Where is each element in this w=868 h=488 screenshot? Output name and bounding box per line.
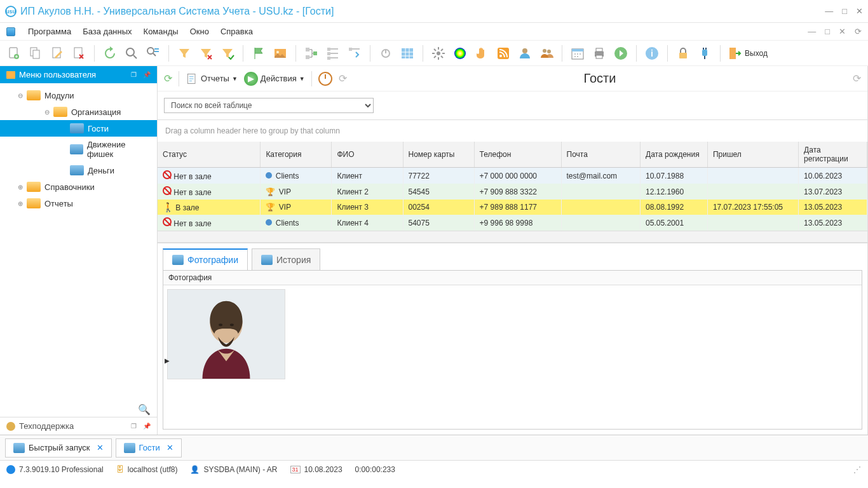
info-button[interactable]: i [643,44,661,62]
calendar-button[interactable] [569,44,587,62]
table-row[interactable]: 🚶 В зале🏆 VIPКлиент 300254+7 989 888 117… [158,200,867,215]
search-icon[interactable]: 🔍 [138,403,151,416]
detail-tabs: Фотографии История [158,243,867,270]
refresh-grey-icon[interactable]: ⟳ [339,72,347,85]
clock-icon[interactable] [318,72,332,86]
status-host: localhost (utf8) [128,465,178,474]
flag-button[interactable] [250,44,268,62]
panel-restore-icon[interactable]: ❐ [131,71,137,78]
col-header[interactable]: Почта [561,142,641,168]
image-button[interactable] [271,44,289,62]
filter-check-button[interactable] [219,44,236,62]
svg-rect-17 [327,57,330,60]
tree-refs[interactable]: ⊕Справочники [0,179,157,195]
new-doc-button[interactable] [5,44,23,62]
svg-rect-20 [402,48,413,58]
panel-restore-icon[interactable]: ❐ [131,423,137,430]
panel-pin-icon[interactable]: 📌 [143,71,151,78]
delete-doc-button[interactable] [70,44,88,62]
tab-photos[interactable]: Фотографии [163,248,248,270]
tab-quick-launch[interactable]: Быстрый запуск✕ [5,438,112,458]
page-title: Гости [583,71,616,86]
col-header[interactable]: Дата регистрации [799,142,867,168]
tree-collapse-button[interactable] [346,44,363,62]
guests-grid[interactable]: СтатусКатегорияФИОНомер картыТелефонПочт… [158,142,867,231]
tab-guests-bottom[interactable]: Гости✕ [116,438,182,458]
mdi-minimize[interactable]: — [808,27,816,36]
resize-grip[interactable]: ⋰ [853,465,862,474]
tree-modules[interactable]: ⊖Модули [0,87,157,104]
vip-icon: 🏆 [266,187,275,196]
plug-button[interactable] [696,44,714,62]
table-row[interactable]: Нет в зале ClientsКлиент77722+7 000 000 … [158,168,867,184]
col-header[interactable]: Категория [261,142,332,168]
hand-button[interactable] [473,44,491,62]
book-icon [124,443,135,453]
refresh-small-icon[interactable]: ⟳ [164,72,172,85]
mdi-maximize[interactable]: □ [825,27,830,36]
mdi-refresh-icon[interactable]: ⟳ [855,27,862,36]
settings-button[interactable] [430,44,447,62]
refresh-right-icon[interactable]: ⟳ [853,72,861,85]
forward-button[interactable] [612,44,630,62]
menu-program[interactable]: Программа [28,27,71,36]
tree-add-button[interactable] [302,44,320,62]
close-tab-icon[interactable]: ✕ [97,443,104,452]
col-header[interactable]: Статус [158,142,261,168]
print-button[interactable] [590,44,608,62]
table-row[interactable]: Нет в зале🏆 VIPКлиент 254545+7 909 888 3… [158,184,867,200]
folder-icon [27,90,41,100]
color-button[interactable] [451,44,469,62]
tree-chips[interactable]: Движение фишек [0,137,157,162]
reports-dropdown[interactable]: Отчеты▼ [186,72,238,85]
refresh-button[interactable] [101,44,119,62]
grid-view-button[interactable] [398,44,416,62]
rss-button[interactable] [494,44,512,62]
mdi-close[interactable]: ✕ [839,27,846,36]
minimize-button[interactable]: — [825,6,833,16]
lock-button[interactable] [674,44,692,62]
col-header[interactable]: ФИО [332,142,403,168]
user-button[interactable] [516,44,534,62]
tab-history[interactable]: История [252,248,320,270]
power-small-button[interactable] [377,44,395,62]
col-header[interactable]: Телефон [474,142,561,168]
support-header[interactable]: Техподдержка ❐📌 [0,417,157,435]
filter-button[interactable] [175,44,193,62]
close-tab-icon[interactable]: ✕ [166,443,173,452]
edit-doc-button[interactable] [48,44,66,62]
svg-rect-31 [596,48,602,51]
search-list-button[interactable] [144,44,162,62]
svg-point-21 [437,51,440,55]
tree-organization[interactable]: ⊖Организация [0,104,157,120]
tree-reports[interactable]: ⊕Отчеты [0,195,157,212]
panel-pin-icon[interactable]: 📌 [143,423,151,430]
book-icon [172,255,184,265]
filter-remove-button[interactable] [197,44,215,62]
tree-money[interactable]: Деньги [0,162,157,179]
table-row[interactable]: Нет в зале ClientsКлиент 454075+9 996 98… [158,215,867,231]
maximize-button[interactable]: □ [842,6,847,16]
col-header[interactable]: Пришел [707,142,798,168]
client-icon [266,219,272,226]
menu-window[interactable]: Окно [190,27,209,36]
prev-photo-button[interactable]: ▶ [165,357,170,364]
tree-expand-button[interactable] [324,44,342,62]
col-header[interactable]: Номер карты [403,142,474,168]
user-icon: 👤 [190,465,200,474]
menu-commands[interactable]: Команды [144,27,179,36]
tree-guests[interactable]: Гости [0,120,157,137]
menubar-icon [6,27,15,36]
copy-doc-button[interactable] [27,44,44,62]
menu-help[interactable]: Справка [220,27,253,36]
users-button[interactable] [538,44,555,62]
close-button[interactable]: ✕ [856,6,863,16]
svg-rect-29 [572,49,583,51]
svg-point-25 [522,48,527,53]
actions-dropdown[interactable]: ▶ Действия▼ [244,72,305,86]
menu-database[interactable]: База данных [83,27,132,36]
search-select[interactable]: Поиск по всей таблице [164,98,374,113]
exit-button[interactable]: Выход [727,46,768,61]
col-header[interactable]: Дата рождения [641,142,708,168]
search-button[interactable] [123,44,140,62]
